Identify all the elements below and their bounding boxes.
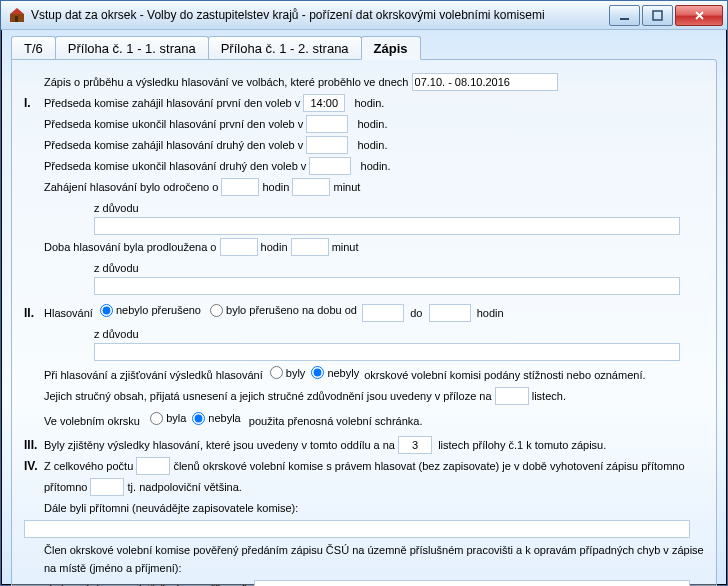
s1-line2a: Předseda komise ukončil hlasování první …	[44, 115, 303, 133]
delay-hours[interactable]	[221, 178, 259, 196]
s1-line3b: hodin.	[358, 136, 388, 154]
start-day1-time[interactable]	[303, 94, 345, 112]
radio-interrupted[interactable]: bylo přerušeno na dobu od	[210, 301, 357, 319]
complaints-pages[interactable]	[495, 387, 529, 405]
s1-line3a: Předseda komise zahájil hlasování druhý …	[44, 136, 303, 154]
s1-line4a: Předseda komise ukončil hlasování druhý …	[44, 157, 306, 175]
s2-reason: z důvodu	[94, 325, 139, 343]
radio-ballot-wasnot[interactable]: nebyla	[192, 409, 240, 427]
radio-complaints-werenot[interactable]: nebyly	[311, 364, 359, 382]
int-to[interactable]	[429, 304, 471, 322]
section-1-num: I.	[24, 94, 44, 112]
minimize-button[interactable]	[609, 5, 640, 26]
s1-line4b: hodin.	[361, 157, 391, 175]
delay-minutes[interactable]	[292, 178, 330, 196]
form-panel: Zápis o průběhu a výsledku hlasování ve …	[11, 59, 717, 586]
int-reason[interactable]	[94, 343, 680, 361]
present-members[interactable]	[90, 478, 124, 496]
start-day2-time[interactable]	[306, 136, 348, 154]
section-4-num: IV.	[24, 457, 44, 475]
maximize-button[interactable]	[642, 5, 673, 26]
extend-hours[interactable]	[220, 238, 258, 256]
dates-field[interactable]	[412, 73, 558, 91]
titlebar: Vstup dat za okrsek - Volby do zastupite…	[1, 1, 727, 30]
s1-line1b: hodin.	[354, 94, 384, 112]
end-day1-time[interactable]	[306, 115, 348, 133]
radio-complaints-were[interactable]: byly	[270, 364, 306, 382]
s1-reason1: z důvodu	[94, 199, 139, 217]
intro-text: Zápis o průběhu a výsledku hlasování ve …	[44, 73, 408, 91]
s1-extend: Doba hlasování byla prodloužena o	[44, 238, 216, 256]
total-members[interactable]	[136, 457, 170, 475]
extend-minutes[interactable]	[291, 238, 329, 256]
extend-reason[interactable]	[94, 277, 680, 295]
svg-rect-3	[653, 11, 662, 20]
app-icon	[9, 7, 25, 23]
s1-line1a: Předseda komise zahájil hlasování první …	[44, 94, 300, 112]
section-3-num: III.	[24, 436, 44, 454]
s1-delay: Zahájení hlasování bylo odročeno o	[44, 178, 218, 196]
tab-t6[interactable]: T/6	[11, 36, 56, 59]
window-buttons	[609, 5, 723, 26]
section-2-num: II.	[24, 304, 44, 322]
svg-rect-2	[620, 18, 629, 20]
other-present[interactable]	[24, 520, 690, 538]
app-window: Vstup dat za okrsek - Volby do zastupite…	[0, 0, 728, 586]
int-from[interactable]	[362, 304, 404, 322]
s2-vote-label: Hlasování	[44, 304, 93, 322]
tab-priloha1-strana2[interactable]: Příloha č. 1 - 2. strana	[208, 36, 362, 59]
window-title: Vstup dat za okrsek - Volby do zastupite…	[31, 8, 603, 22]
end-day2-time[interactable]	[309, 157, 351, 175]
tab-zapis[interactable]: Zápis	[361, 36, 421, 60]
radio-not-interrupted[interactable]: nebylo přerušeno	[100, 301, 201, 319]
close-button[interactable]	[675, 5, 723, 26]
delay-reason[interactable]	[94, 217, 680, 235]
delivery-person[interactable]	[254, 580, 690, 587]
tab-priloha1-strana1[interactable]: Příloha č. 1 - 1. strana	[55, 36, 209, 59]
svg-rect-1	[15, 16, 18, 22]
radio-ballot-was[interactable]: byla	[150, 409, 186, 427]
s1-line2b: hodin.	[358, 115, 388, 133]
s1-reason2: z důvodu	[94, 259, 139, 277]
result-pages[interactable]	[398, 436, 432, 454]
tab-bar: T/6 Příloha č. 1 - 1. strana Příloha č. …	[11, 36, 717, 59]
